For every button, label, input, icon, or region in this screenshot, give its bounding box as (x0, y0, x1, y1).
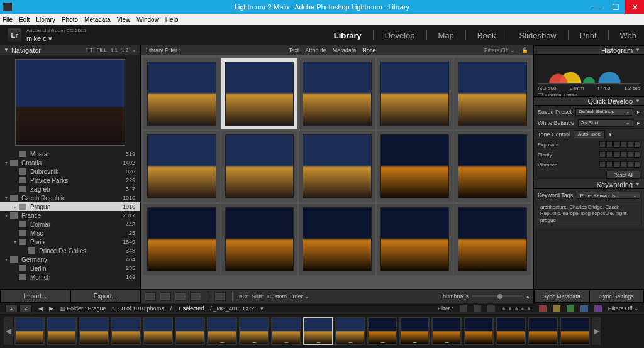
maximize-button[interactable]: ☐ (606, 0, 625, 14)
zoom-ratio[interactable]: 1:2 (121, 47, 128, 53)
filter-lock-icon[interactable]: 🔒 (521, 47, 528, 53)
clarity-stepper[interactable] (599, 151, 640, 158)
filmstrip-cell[interactable]: ••••• (303, 317, 333, 345)
rating-filter[interactable]: ★★★★★ (501, 305, 533, 312)
white-balance-dropdown[interactable]: As Shot⌄ (578, 119, 633, 127)
color-red-icon[interactable] (539, 305, 547, 312)
menu-library[interactable]: Library (36, 16, 55, 23)
grid-cell[interactable] (377, 58, 453, 129)
flag-unflag-icon[interactable] (474, 305, 481, 312)
folder-row[interactable]: ▾Paris1849 (0, 237, 140, 246)
folder-row[interactable]: ▸Prague1010 (0, 202, 140, 211)
filmstrip-right-arrow[interactable]: ▶ (592, 317, 601, 345)
vibrance-stepper[interactable] (599, 161, 640, 168)
menu-help[interactable]: Help (165, 16, 179, 23)
navigator-header[interactable]: ▼ Navigator FIT FILL 1:1 1:2 ⌄ (0, 45, 140, 55)
keyword-tags-dropdown[interactable]: Enter Keywords⌄ (577, 192, 640, 199)
filter-attribute[interactable]: Attribute (305, 47, 326, 53)
filmstrip-cell[interactable] (528, 317, 558, 345)
keyword-tags-field[interactable]: architecture, Charles Bridge, Czech Repu… (538, 202, 640, 226)
grid-cell[interactable] (221, 204, 298, 275)
sync-metadata-button[interactable]: Sync Metadata (534, 290, 589, 303)
grid-cell[interactable] (454, 58, 531, 129)
loupe-view-button[interactable] (160, 292, 171, 301)
grid-cell[interactable] (143, 204, 220, 275)
exposure-stepper[interactable] (599, 141, 640, 148)
user-menu[interactable]: mike c ▾ (26, 35, 86, 43)
menu-edit[interactable]: Edit (19, 16, 30, 23)
export-button[interactable]: Export... (70, 290, 141, 303)
saved-preset-dropdown[interactable]: Default Settings⌄ (575, 108, 633, 116)
grid-cell[interactable] (143, 58, 220, 129)
filmstrip-cell[interactable]: ••••• (431, 317, 462, 345)
disclosure-icon[interactable]: ▸ (637, 120, 640, 126)
filmstrip-cell[interactable] (14, 317, 45, 345)
color-yellow-icon[interactable] (553, 305, 560, 312)
module-book[interactable]: Book (477, 31, 496, 40)
grid-cell[interactable] (299, 131, 375, 202)
grid-cell[interactable] (221, 131, 298, 202)
grid-view-button[interactable] (145, 292, 156, 301)
auto-tone-button[interactable]: Auto Tone (574, 130, 605, 138)
folder-row[interactable]: ▾Germany404 (0, 255, 140, 264)
folder-row[interactable]: Berlin235 (0, 264, 140, 273)
flag-pick-icon[interactable] (460, 305, 467, 312)
grid-cell[interactable] (221, 58, 298, 129)
grid-cell[interactable] (377, 204, 453, 275)
thumbnail-size-slider[interactable] (472, 295, 523, 297)
color-blue-icon[interactable] (580, 305, 588, 312)
filter-none[interactable]: None (362, 47, 376, 53)
compare-view-button[interactable] (175, 292, 186, 301)
folder-row[interactable]: Munich169 (0, 273, 140, 281)
quick-develop-header[interactable]: Quick Develop▼ (534, 96, 644, 106)
filmstrip-cell[interactable]: ••••• (399, 317, 430, 345)
folder-row[interactable]: Misc25 (0, 229, 140, 237)
folder-row[interactable]: ▾Croatia1402 (0, 158, 140, 167)
menu-window[interactable]: Window (136, 16, 159, 23)
folder-row[interactable]: Mostar319 (0, 150, 140, 158)
grid-cell[interactable] (454, 204, 531, 275)
grid-cell[interactable] (299, 204, 375, 275)
menu-metadata[interactable]: Metadata (84, 16, 111, 23)
filmstrip-breadcrumb-dropdown[interactable]: ▥ Folder : Prague (60, 305, 106, 312)
painter-tool[interactable] (214, 292, 226, 301)
second-window-button[interactable]: 2 (19, 305, 32, 312)
filmstrip-cell[interactable] (560, 317, 590, 345)
filmstrip-cell[interactable] (143, 317, 173, 345)
module-map[interactable]: Map (438, 31, 454, 40)
toolbar-menu-icon[interactable]: ▴ (526, 293, 530, 300)
menu-file[interactable]: File (3, 16, 13, 23)
filmstrip-cell[interactable] (496, 317, 526, 345)
grid-cell[interactable] (377, 131, 453, 202)
filmstrip-cell[interactable]: ••••• (367, 317, 397, 345)
disclosure-icon[interactable]: ▾ (609, 131, 612, 138)
filmstrip-cell[interactable]: ••••• (207, 317, 237, 345)
folder-row[interactable]: Colmar443 (0, 220, 140, 229)
filmstrip-cell[interactable] (79, 317, 109, 345)
module-develop[interactable]: Develop (385, 31, 415, 40)
histogram-header[interactable]: Histogram▼ (534, 45, 644, 55)
folder-row[interactable]: Plitvice Parks229 (0, 176, 140, 185)
breadcrumb-dropdown-icon[interactable]: ▾ (260, 305, 264, 312)
folder-row[interactable]: ▾Czech Republic1010 (0, 193, 140, 202)
filmstrip-cell[interactable] (111, 317, 141, 345)
menu-view[interactable]: View (117, 16, 131, 23)
sync-settings-button[interactable]: Sync Settings (589, 290, 645, 303)
disclosure-icon[interactable]: ▸ (637, 109, 640, 115)
grid-cell[interactable] (143, 131, 220, 202)
close-button[interactable]: ✕ (625, 0, 644, 14)
survey-view-button[interactable] (190, 292, 201, 301)
filmstrip-cell[interactable] (175, 317, 205, 345)
filmstrip-cell[interactable]: ••••• (335, 317, 365, 345)
go-forward-icon[interactable]: ▶ (49, 305, 53, 312)
color-purple-icon[interactable] (594, 305, 602, 312)
filmstrip-left-arrow[interactable]: ◀ (4, 317, 13, 345)
module-library[interactable]: Library (334, 31, 362, 40)
module-print[interactable]: Print (580, 31, 597, 40)
keywording-header[interactable]: Keywording▼ (534, 180, 644, 189)
sort-dropdown[interactable]: Custom Order ⌄ (267, 293, 309, 300)
grid-cell[interactable] (299, 58, 375, 129)
filmstrip-filters-off[interactable]: Filters Off ⌄ (608, 305, 639, 312)
flag-reject-icon[interactable] (487, 305, 495, 312)
reset-all-button[interactable]: Reset All (606, 171, 640, 179)
